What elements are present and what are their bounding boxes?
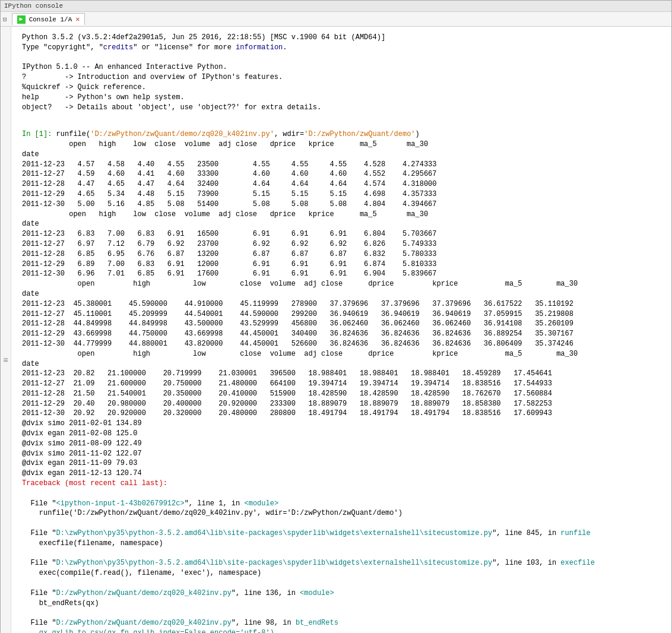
title-bar: IPython console bbox=[1, 1, 671, 12]
page-icon: ⊡ bbox=[3, 15, 7, 23]
window-title: IPython console bbox=[4, 2, 63, 10]
side-scroll-indicator: ≡ bbox=[1, 27, 11, 633]
tab-bar: ⊡ ▶ Console 1/A ✕ bbox=[1, 12, 671, 27]
startup-text: Python 3.5.2 (v3.5.2:4def2a2901a5, Jun 2… bbox=[16, 29, 667, 116]
console-tab[interactable]: ▶ Console 1/A ✕ bbox=[12, 13, 85, 25]
tab-close-button[interactable]: ✕ bbox=[75, 15, 80, 24]
console-icon: ▶ bbox=[17, 15, 26, 24]
main-content: ≡ Python 3.5.2 (v3.5.2:4def2a2901a5, Jun… bbox=[1, 27, 671, 633]
in1-block: In [1]: runfile('D:/zwPython/zwQuant/dem… bbox=[16, 116, 667, 633]
console-content: Python 3.5.2 (v3.5.2:4def2a2901a5, Jun 2… bbox=[11, 27, 671, 633]
ipython-window: IPython console ⊡ ▶ Console 1/A ✕ ≡ Pyth… bbox=[0, 0, 672, 633]
tab-label: Console 1/A bbox=[29, 16, 72, 23]
